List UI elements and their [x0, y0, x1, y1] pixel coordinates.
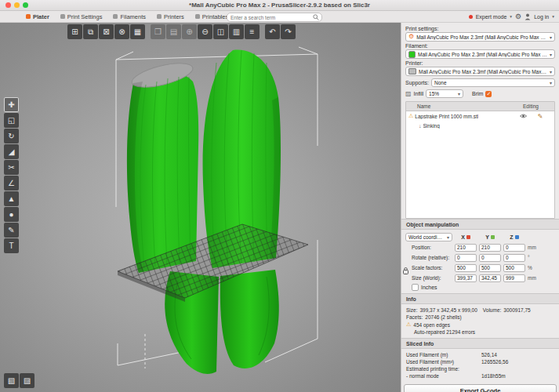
add-instance-button[interactable]: ⊕	[182, 24, 197, 39]
info-panel: Size: 399,37 x 342,45 x 999,00 Volume: 3…	[401, 304, 559, 338]
paste-button[interactable]: ▤	[166, 24, 181, 39]
object-manipulation-panel: World coordinates ▾ XYZ Position:mmRotat…	[401, 230, 559, 293]
menubar: Plater Print Settings Filaments Printers…	[0, 11, 559, 23]
gear-icon[interactable]: ⚙	[515, 13, 521, 20]
rotate-button[interactable]: ↻	[4, 129, 19, 143]
tab-printers[interactable]: Printers	[151, 11, 190, 22]
rotate-x-input[interactable]	[455, 254, 477, 262]
lock-icon[interactable]	[403, 267, 408, 274]
facets-value: 20746 (2 shells)	[425, 314, 461, 320]
scale-y-input[interactable]	[479, 264, 501, 272]
axis-header-y: Y	[479, 234, 501, 240]
rotate-z-input[interactable]	[503, 254, 525, 262]
position-unit: mm	[528, 245, 536, 250]
split-to-parts-button[interactable]: ▥	[229, 24, 244, 39]
filament-select[interactable]: Mall AnyCubic Pro Max 2.3mf (Mall AnyCub…	[405, 49, 555, 59]
axis-color-swatch	[515, 235, 519, 239]
delete-button[interactable]: ⊠	[99, 24, 114, 39]
cut-button[interactable]: ✂	[4, 160, 19, 175]
sliced-info-panel: Used Filament (m)526,14Used Filament (mm…	[401, 349, 559, 382]
right-panel: Print settings: ⚙ Mall AnyCubic Pro Max …	[401, 22, 559, 392]
axis-header-z: Z	[503, 234, 525, 240]
object-list-body: ⚠ Lapstrake Print 1000 mm.stl ✎ ↓ Sinkin…	[406, 111, 554, 218]
split-to-objects-button[interactable]: ◫	[213, 24, 228, 39]
print-settings-icon	[60, 14, 65, 19]
infill-select[interactable]: 15% ▾	[426, 89, 463, 98]
redo-button[interactable]: ↷	[281, 24, 296, 39]
print-settings-select[interactable]: ⚙ Mall AnyCubic Pro Max 2.3mf (Mall AnyC…	[405, 32, 555, 42]
object-list-header: Name Editing	[406, 102, 554, 111]
seam-button[interactable]: ●	[4, 207, 19, 222]
position-x-input[interactable]	[455, 244, 477, 252]
search-input[interactable]	[227, 15, 313, 20]
supports-select[interactable]: None ▾	[431, 78, 555, 87]
scale-x-input[interactable]	[455, 264, 477, 272]
measure-button[interactable]: ∠	[4, 176, 19, 191]
tab-label: Printables	[202, 13, 228, 20]
object-row[interactable]: ⚠ Lapstrake Print 1000 mm.stl ✎	[406, 111, 554, 121]
delete-all-button[interactable]: ⊗	[114, 24, 129, 39]
move-button[interactable]: ✚	[4, 97, 19, 112]
search-box[interactable]	[227, 13, 322, 22]
sinking-icon: ↓	[419, 123, 422, 129]
sliced-info-value: 1d18h55m	[481, 373, 506, 379]
copy-button[interactable]: ❐	[151, 24, 165, 39]
text-button[interactable]: T	[4, 238, 19, 253]
login-button[interactable]: Log in	[534, 14, 549, 20]
viewport-3d[interactable]: ⊞⧉⊠⊗▦❐▤⊕⊖◫▥≡↶↷ ✚◱↻◢✂∠▲●✎T ▧▨	[0, 22, 401, 392]
size-z-input[interactable]	[503, 274, 525, 282]
variable-layer-height-button[interactable]: ≡	[245, 24, 260, 39]
left-toolbar: ✚◱↻◢✂∠▲●✎T	[4, 97, 19, 253]
chevron-down-icon: ▾	[550, 69, 552, 74]
size-y-input[interactable]	[479, 274, 501, 282]
undo-button[interactable]: ↶	[265, 24, 280, 39]
chevron-down-icon: ▾	[458, 91, 460, 96]
model-part-left[interactable]	[127, 59, 198, 273]
arrange-button[interactable]: ▦	[130, 24, 145, 39]
filament-color-swatch	[408, 51, 416, 58]
tab-label: Print Settings	[67, 13, 103, 20]
view-preview-button[interactable]: ▨	[20, 373, 34, 388]
scale-button[interactable]: ◱	[4, 113, 19, 128]
scale-z-input[interactable]	[503, 264, 525, 272]
import-button[interactable]: ⧉	[83, 24, 98, 39]
printers-icon	[157, 14, 162, 19]
brim-checkbox[interactable]: ✓	[485, 91, 492, 97]
size-x-input[interactable]	[455, 274, 477, 282]
axis-color-swatch	[491, 235, 495, 239]
remove-instance-button[interactable]: ⊖	[198, 24, 212, 39]
printer-value: Mall AnyCubic Pro Max 2.3mf (Mall AnyCub…	[419, 69, 547, 74]
inches-checkbox[interactable]	[412, 284, 419, 291]
tab-filaments[interactable]: Filaments	[107, 11, 151, 22]
add-button[interactable]: ⊞	[67, 24, 82, 39]
object-subrow-sinking[interactable]: ↓ Sinking	[406, 121, 554, 130]
tab-label: Printers	[164, 13, 184, 20]
scene-canvas	[0, 22, 401, 392]
info-header: Info	[401, 293, 559, 304]
rotate-y-input[interactable]	[479, 254, 501, 262]
position-row: Position:mm	[405, 242, 555, 252]
tab-plater[interactable]: Plater	[20, 11, 55, 22]
sliced-info-label: Used Filament (mm³)	[406, 359, 481, 365]
position-y-input[interactable]	[479, 244, 501, 252]
sliced-info-value: 1265526,56	[481, 359, 508, 365]
export-gcode-button[interactable]: Export G-code	[404, 384, 557, 392]
paint-supports-button[interactable]: ▲	[4, 191, 19, 206]
rotate-row: Rotate (relative):°	[405, 252, 555, 263]
eye-icon[interactable]	[520, 114, 527, 118]
edit-icon[interactable]: ✎	[528, 113, 552, 120]
volume-value: 3000917,75	[503, 307, 530, 313]
tab-print-settings[interactable]: Print Settings	[55, 11, 108, 22]
mmu-paint-button[interactable]: ✎	[4, 223, 19, 238]
view-3d-button[interactable]: ▧	[4, 373, 19, 388]
mode-selector[interactable]: Expert mode	[476, 14, 507, 20]
user-icon	[525, 13, 531, 20]
infill-value: 15%	[429, 91, 456, 96]
place-on-face-button[interactable]: ◢	[4, 144, 19, 159]
printables-icon	[195, 14, 200, 19]
position-z-input[interactable]	[503, 244, 525, 252]
printer-select[interactable]: Mall AnyCubic Pro Max 2.3mf (Mall AnyCub…	[405, 67, 555, 76]
coordinate-system-select[interactable]: World coordinates ▾	[405, 233, 452, 241]
menubar-right: Expert mode ▾ ⚙ Log in ▾	[469, 11, 554, 22]
sliced-info-label: - normal mode	[406, 373, 481, 379]
